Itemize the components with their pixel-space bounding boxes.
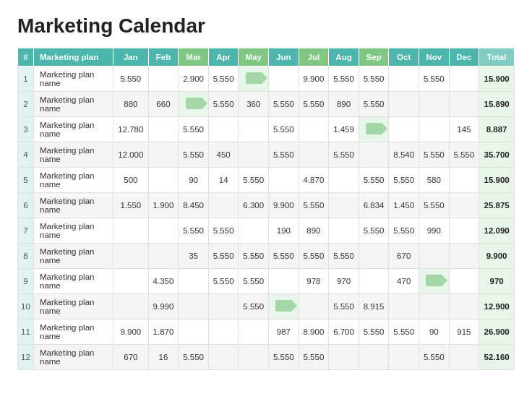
cell-jul: 5.550 [299,92,329,117]
cell-may [239,218,269,244]
cell-jul: 9.900 [299,66,329,92]
cell-aug: 5.550 [329,142,359,168]
cell-nov [419,269,450,294]
cell-may: 5.550 [239,294,269,319]
col-header-sep: Sep [359,48,389,66]
cell-oct [389,294,419,319]
row-total: 15.900 [479,168,515,193]
cell-jul [299,117,329,142]
cell-feb: 9.990 [148,294,179,319]
row-num: 9 [18,269,34,294]
cell-feb: 660 [148,92,179,117]
cell-apr [208,319,239,345]
cell-dec [449,92,479,117]
cell-dec [449,193,479,218]
col-header-num: # [18,48,34,66]
cell-feb: 1.870 [148,319,179,345]
cell-feb: 16 [148,345,179,370]
cell-may: 6.300 [239,193,269,218]
cell-nov: 5.550 [419,345,450,370]
cell-mar [179,319,209,345]
cell-mar: 2.900 [179,66,209,92]
cell-nov [419,117,450,142]
row-num: 10 [18,294,34,319]
cell-dec [449,66,479,92]
cell-mar [179,92,209,117]
cell-sep: 5.550 [359,168,389,193]
cell-aug [329,218,359,244]
cell-nov [419,294,450,319]
cell-jun [269,168,299,193]
cell-aug: 5.550 [329,66,359,92]
row-num: 7 [18,218,34,244]
cell-aug: 5.550 [329,294,359,319]
cell-sep: 8.915 [359,294,389,319]
cell-aug: 1.459 [329,117,359,142]
row-total: 35.700 [479,142,515,168]
cell-oct: 5.550 [389,319,419,345]
cell-feb: 1.900 [148,193,179,218]
row-num: 6 [18,193,34,218]
col-header-plan: Marketing plan [34,48,113,66]
cell-oct [389,345,419,370]
cell-jan: 1.550 [113,193,149,218]
cell-jan: 12.780 [113,117,149,142]
cell-oct: 8.540 [389,142,419,168]
table-row: 3Marketing plan name12.7805.5505.5501.45… [18,117,515,142]
cell-apr: 450 [208,142,239,168]
cell-apr: 14 [208,168,239,193]
cell-feb [148,244,179,269]
cell-apr: 5.550 [208,92,239,117]
row-num: 11 [18,319,34,345]
cell-oct: 1.450 [389,193,419,218]
cell-jan [113,244,149,269]
cell-mar [179,269,209,294]
row-plan-name: Marketing plan name [34,294,113,319]
cell-sep [359,269,389,294]
table-row: 11Marketing plan name9.9001.8709878.9006… [18,319,515,345]
page-title: Marketing Calendar [17,14,515,38]
cell-mar: 35 [179,244,209,269]
cell-mar: 5.550 [179,117,209,142]
row-plan-name: Marketing plan name [34,66,113,92]
table-row: 9Marketing plan name4.3505.5505.55097897… [18,269,515,294]
cell-sep [359,345,389,370]
row-plan-name: Marketing plan name [34,117,113,142]
cell-jan [113,294,149,319]
cell-jul: 5.550 [299,244,329,269]
cell-jun: 9.900 [269,193,299,218]
cell-sep [359,244,389,269]
row-plan-name: Marketing plan name [34,218,113,244]
cell-jan: 880 [113,92,149,117]
cell-may: 5.550 [239,269,269,294]
cell-oct [389,66,419,92]
cell-sep [359,117,389,142]
cell-jul: 5.550 [299,193,329,218]
cell-jan: 500 [113,168,149,193]
cell-mar: 90 [179,168,209,193]
row-num: 4 [18,142,34,168]
row-num: 2 [18,92,34,117]
col-header-jun: Jun [269,48,299,66]
row-num: 8 [18,244,34,269]
table-row: 10Marketing plan name9.9905.5505.5508.91… [18,294,515,319]
row-total: 15.900 [479,66,515,92]
row-total: 8.887 [479,117,515,142]
cell-feb [148,168,179,193]
cell-sep: 5.550 [359,92,389,117]
row-plan-name: Marketing plan name [34,345,113,370]
cell-jul: 4.870 [299,168,329,193]
cell-nov: 5.550 [419,66,450,92]
cell-jul: 8.900 [299,319,329,345]
table-row: 6Marketing plan name1.5501.9008.4506.300… [18,193,515,218]
cell-dec [449,168,479,193]
cell-jul [299,142,329,168]
cell-sep: 5.550 [359,218,389,244]
table-row: 8Marketing plan name355.5505.5505.5505.5… [18,244,515,269]
cell-jul: 890 [299,218,329,244]
cell-dec: 5.550 [449,142,479,168]
row-plan-name: Marketing plan name [34,193,113,218]
cell-feb [148,218,179,244]
cell-mar: 5.550 [179,345,209,370]
cell-jan: 9.900 [113,319,149,345]
